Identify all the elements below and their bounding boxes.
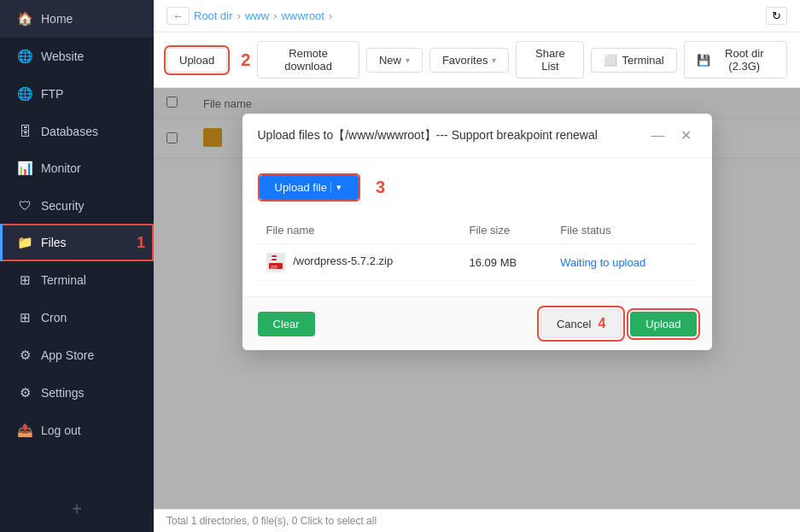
modal-title: Upload files to【/www/wwwroot】--- Support… [258, 128, 598, 143]
remote-download-button[interactable]: Remote download [257, 41, 359, 79]
terminal-toolbar-label: Terminal [622, 54, 663, 67]
refresh-button[interactable]: ↻ [766, 7, 787, 25]
breadcrumb-sep: › [329, 9, 332, 22]
sidebar-item-settings[interactable]: ⚙ Settings [0, 374, 154, 412]
upload-file-btn-wrapper: Upload file ▾ [258, 173, 360, 202]
sidebar-item-monitor[interactable]: 📊 Monitor [0, 149, 154, 187]
modal-close-button[interactable]: ✕ [675, 126, 697, 145]
modal-file-name: /wordpress-5.7.2.zip [293, 254, 393, 267]
file-area: File name Upload files to【/www/wwwroot】-… [154, 88, 800, 509]
sidebar-item-label: Cron [41, 311, 67, 324]
new-label: New [379, 54, 401, 67]
sidebar-item-label: Security [41, 199, 85, 213]
sidebar-item-label: Databases [41, 125, 98, 138]
modal-minimize-button[interactable]: — [646, 126, 670, 145]
status-bar: Total 1 directories, 0 file(s), 0 Click … [154, 509, 800, 532]
share-list-button[interactable]: Share List [516, 41, 584, 79]
sidebar-item-security[interactable]: 🛡 Security [0, 187, 154, 224]
shield-icon: 🛡 [17, 198, 32, 213]
modal-file-size: 16.09 MB [460, 244, 552, 281]
upload-label: Upload [179, 54, 214, 67]
monitor-icon: 📊 [17, 161, 32, 176]
upload-modal: Upload files to【/www/wwwroot】--- Support… [242, 114, 712, 350]
toolbar: Upload 2 Remote download New ▾ Favorites… [154, 32, 800, 88]
chevron-down-icon: ▾ [492, 56, 496, 65]
sidebar-item-files[interactable]: 📁 Files 1 [0, 224, 154, 261]
main-content: ← Root dir › www › wwwroot › ↻ Upload 2 … [154, 0, 800, 532]
terminal-button[interactable]: ⬜ Terminal [591, 48, 676, 73]
svg-text:ZIP: ZIP [271, 265, 277, 270]
modal-footer: Clear Cancel4 Upload [242, 296, 712, 350]
modal-filestatus-header: File status [552, 217, 696, 244]
sidebar: 🏠 Home 🌐 Website 🌐 FTP 🗄 Databases 📊 Mon… [0, 0, 154, 532]
database-icon: 🗄 [17, 124, 32, 138]
logout-icon: 📤 [17, 423, 32, 438]
svg-rect-2 [272, 257, 277, 259]
sidebar-item-cron[interactable]: ⊞ Cron [0, 299, 154, 336]
root-dir-label: Root dir (2.3G) [715, 47, 774, 73]
modal-file-status: Waiting to upload [560, 256, 645, 269]
sidebar-item-terminal[interactable]: ⊞ Terminal [0, 261, 154, 299]
clear-button[interactable]: Clear [258, 312, 315, 336]
folder-icon: 📁 [17, 235, 32, 250]
favorites-label: Favorites [442, 54, 488, 67]
breadcrumb-item[interactable]: Root dir [194, 9, 233, 22]
sidebar-item-ftp[interactable]: 🌐 FTP [0, 75, 154, 113]
svg-rect-1 [272, 255, 277, 257]
terminal-toolbar-icon: ⬜ [604, 54, 617, 67]
remote-download-label: Remote download [270, 47, 347, 73]
new-button[interactable]: New ▾ [366, 48, 423, 73]
cron-icon: ⊞ [17, 310, 32, 325]
settings-icon: ⚙ [17, 385, 32, 400]
upload-file-button[interactable]: Upload file ▾ [260, 175, 359, 200]
step-4-badge: 4 [598, 316, 605, 330]
sidebar-item-label: FTP [41, 87, 63, 101]
modal-file-row: ZIP /wordpress-5.7.2.zip 16.09 MB Waitin… [258, 244, 697, 281]
cancel-label: Cancel [557, 318, 591, 330]
zip-icon: ZIP [266, 253, 285, 272]
modal-header: Upload files to【/www/wwwroot】--- Support… [242, 114, 712, 158]
sidebar-item-website[interactable]: 🌐 Website [0, 38, 154, 75]
sidebar-item-label: Log out [41, 424, 81, 437]
home-icon: 🏠 [17, 11, 32, 26]
back-button[interactable]: ← [166, 7, 190, 25]
modal-overlay: Upload files to【/www/wwwroot】--- Support… [154, 88, 800, 509]
svg-rect-4 [272, 260, 277, 262]
sidebar-item-label: Monitor [41, 161, 81, 175]
upload-file-label: Upload file [272, 181, 330, 194]
status-text: Total 1 directories, 0 file(s), 0 Click … [166, 515, 377, 527]
sidebar-item-databases[interactable]: 🗄 Databases [0, 113, 154, 149]
modal-controls: — ✕ [646, 126, 697, 145]
sidebar-item-appstore[interactable]: ⚙ App Store [0, 336, 154, 374]
chevron-down-icon: ▾ [406, 56, 410, 65]
globe-icon: 🌐 [17, 49, 32, 64]
sidebar-item-logout[interactable]: 📤 Log out [0, 412, 154, 449]
sidebar-item-label: Home [41, 12, 73, 26]
modal-upload-button[interactable]: Upload [630, 312, 696, 336]
breadcrumb-sep: › [237, 9, 241, 22]
step-3-badge: 3 [376, 178, 385, 197]
drive-icon: 💾 [697, 54, 710, 67]
step-1-badge: 1 [137, 234, 145, 252]
modal-file-table: File name File size File status [258, 217, 697, 281]
breadcrumb-sep: › [273, 9, 277, 22]
modal-filesize-header: File size [460, 217, 552, 244]
sidebar-item-label: Settings [41, 386, 85, 400]
add-button[interactable]: + [0, 487, 154, 532]
upload-button[interactable]: Upload [166, 48, 227, 73]
favorites-button[interactable]: Favorites ▾ [429, 48, 509, 73]
step-2-badge: 2 [241, 50, 250, 70]
sidebar-item-home[interactable]: 🏠 Home [0, 0, 154, 38]
terminal-icon: ⊞ [17, 272, 32, 288]
svg-rect-3 [272, 259, 277, 260]
breadcrumb-item[interactable]: wwwroot [281, 9, 324, 22]
breadcrumb-item[interactable]: www [245, 9, 269, 22]
modal-filename-header: File name [258, 217, 461, 244]
cancel-button[interactable]: Cancel4 [540, 309, 622, 338]
root-dir-button[interactable]: 💾 Root dir (2.3G) [684, 41, 787, 79]
upload-btn-row: Upload file ▾ 3 [258, 173, 697, 202]
breadcrumb: ← Root dir › www › wwwroot › ↻ [154, 0, 800, 32]
sidebar-item-label: Terminal [41, 273, 86, 287]
modal-body: Upload file ▾ 3 File name File size [242, 158, 712, 296]
chevron-down-icon[interactable]: ▾ [330, 182, 347, 193]
